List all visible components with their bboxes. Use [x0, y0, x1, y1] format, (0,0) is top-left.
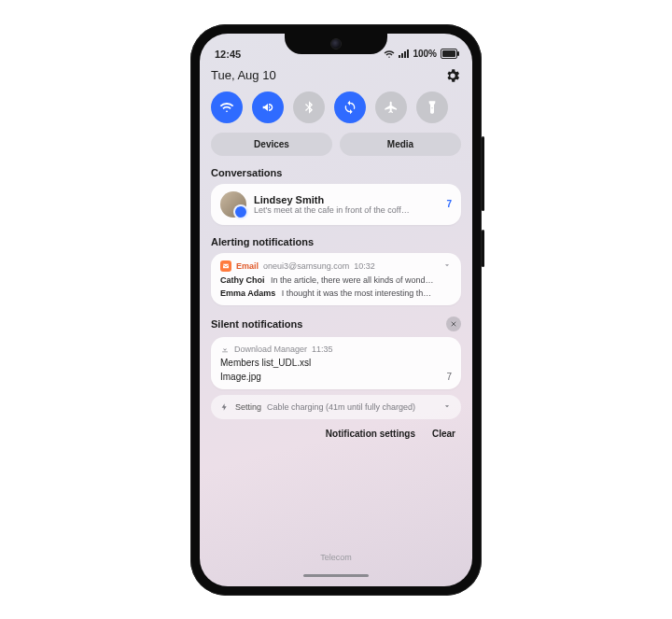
qs-bluetooth-toggle[interactable] [293, 91, 325, 123]
email-item: Cathy Choi In the article, there were al… [220, 275, 452, 285]
expand-button[interactable] [442, 260, 452, 272]
download-icon [220, 345, 230, 354]
section-alerting-title: Alerting notifications [211, 236, 461, 247]
email-sender: Cathy Choi [220, 275, 265, 285]
quick-settings-row [211, 91, 461, 123]
notification-settings-link[interactable]: Notification settings [326, 429, 415, 439]
wifi-indicator-icon [384, 49, 395, 60]
settings-button[interactable] [444, 67, 461, 84]
battery-percent: 100% [413, 49, 437, 59]
conversation-sender: Lindsey Smith [254, 194, 433, 205]
email-item: Emma Adams I thought it was the most int… [220, 288, 452, 298]
conversation-notification[interactable]: Lindsey Smith Let's meet at the cafe in … [211, 184, 461, 225]
qs-wifi-toggle[interactable] [211, 91, 243, 123]
section-silent-title: Silent notifications [211, 318, 302, 330]
charging-app-label: Setting [235, 402, 261, 412]
email-time: 10:32 [354, 261, 375, 271]
wifi-icon [219, 100, 234, 115]
email-account: oneui3@samsung.com [263, 261, 349, 271]
airplane-icon [384, 100, 399, 115]
dismiss-silent-button[interactable] [446, 317, 461, 331]
email-app-label: Email [236, 261, 259, 271]
download-time: 11:35 [312, 345, 333, 354]
phone-frame: 12:45 100% Tue, Aug 10 [190, 24, 482, 596]
avatar [220, 191, 246, 218]
envelope-icon [222, 262, 230, 270]
flashlight-icon [425, 100, 440, 115]
conversation-preview: Let's meet at the cafe in front of the c… [254, 205, 433, 215]
signal-indicator-icon [399, 49, 409, 58]
qs-sound-toggle[interactable] [252, 91, 284, 123]
email-snippet: In the article, there were all kinds of … [271, 275, 434, 285]
conversation-count: 7 [441, 199, 452, 209]
devices-chip[interactable]: Devices [211, 133, 332, 156]
battery-icon [441, 49, 457, 59]
charging-text: Cable charging (41m until fully charged) [267, 402, 415, 412]
close-icon [450, 320, 457, 328]
media-chip[interactable]: Media [340, 133, 461, 156]
bolt-icon [220, 402, 230, 412]
panel-date: Tue, Aug 10 [211, 68, 276, 82]
email-notification[interactable]: Email oneui3@samsung.com 10:32 Cathy Cho… [211, 253, 461, 305]
nav-gesture-bar[interactable] [303, 574, 369, 577]
download-file: Image.jpg [220, 372, 261, 382]
clear-all-button[interactable]: Clear [432, 429, 455, 439]
qs-airplane-toggle[interactable] [375, 91, 407, 123]
expand-button[interactable] [442, 401, 452, 413]
email-snippet: I thought it was the most interesting th… [282, 288, 432, 298]
section-conversations-title: Conversations [211, 167, 461, 178]
chevron-down-icon [442, 401, 452, 411]
charging-notification[interactable]: Setting Cable charging (41m until fully … [211, 395, 461, 419]
email-sender: Emma Adams [220, 288, 275, 298]
status-time: 12:45 [211, 49, 241, 60]
bluetooth-icon [301, 100, 316, 115]
chevron-down-icon [442, 260, 452, 270]
speaker-icon [260, 100, 275, 115]
download-notification[interactable]: Download Manager 11:35 Members list_UDL.… [211, 337, 461, 389]
qs-flashlight-toggle[interactable] [416, 91, 448, 123]
sync-icon [343, 100, 357, 115]
qs-sync-toggle[interactable] [334, 91, 366, 123]
carrier-label: Telecom [200, 553, 472, 562]
download-count: 7 [446, 372, 452, 382]
display-notch [285, 34, 387, 54]
download-file: Members list_UDL.xsl [220, 358, 311, 368]
phone-screen: 12:45 100% Tue, Aug 10 [200, 34, 472, 586]
gear-icon [444, 67, 461, 84]
download-app-label: Download Manager [234, 345, 307, 354]
email-app-icon [220, 260, 231, 272]
